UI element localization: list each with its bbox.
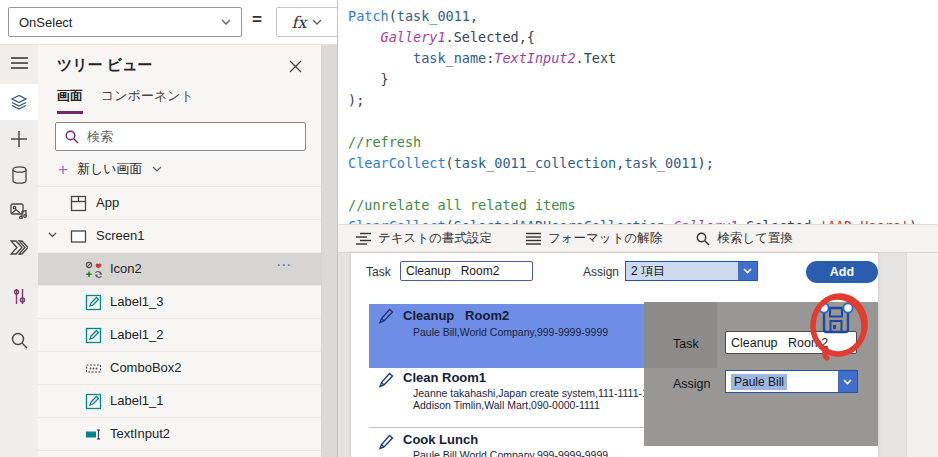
fx-icon: fx (292, 13, 307, 32)
data-sources-icon[interactable] (0, 157, 38, 193)
chevron-down-icon (221, 19, 231, 25)
app-icon (70, 195, 87, 212)
tab-screens[interactable]: 画面 (57, 87, 83, 114)
tree-search-input[interactable] (87, 129, 305, 144)
property-selector[interactable]: OnSelect (8, 7, 242, 37)
assign-dropdown[interactable]: 2 項目 (625, 261, 758, 281)
add-button[interactable]: Add (806, 261, 878, 283)
gallery-item-title[interactable]: Clean Room1 (403, 370, 486, 385)
tree-item-label1-2[interactable]: Label1_2 (38, 318, 322, 351)
gallery-item-title[interactable]: Cleanup Room2 (403, 308, 509, 323)
tree-item-label: Label1_2 (110, 327, 164, 342)
tree-item-label1-3[interactable]: Label1_3 (38, 285, 322, 318)
plus-icon: + (58, 161, 68, 178)
detail-form-label-block (644, 302, 717, 368)
remove-formatting-icon (526, 232, 541, 245)
icon-control-icon (85, 261, 102, 278)
tree-item-label: Label1_3 (110, 294, 164, 309)
chevron-down-icon (312, 19, 322, 25)
property-bar: OnSelect = fx (0, 0, 337, 45)
app-screen-canvas[interactable]: Task Assign 2 項目 Add Cleanup Room2 Paule… (351, 253, 878, 457)
tree-view-title: ツリー ビュー (57, 56, 153, 75)
left-rail (0, 45, 38, 457)
tree-item-app[interactable]: App (38, 186, 322, 219)
powerapps-studio: OnSelect = fx Patch(task_0011,Gallery1.S… (0, 0, 938, 457)
gallery-separator (369, 427, 645, 428)
task-label: Task (366, 265, 391, 279)
tree-item-label: Label1_1 (110, 393, 164, 408)
hamburger-menu-icon[interactable] (0, 45, 38, 81)
find-replace-label: 検索して置換 (717, 230, 793, 247)
tree-item-label: ComboBox2 (110, 360, 182, 375)
detail-assign-dropdown[interactable]: Paule Bill (725, 370, 858, 393)
more-options-icon[interactable]: ⋯ (276, 256, 293, 274)
detail-assign-label: Assign (673, 377, 711, 391)
search-icon (696, 232, 710, 246)
tree-item-icon2[interactable]: Icon2 ⋯ (38, 252, 322, 285)
format-text-label: テキストの書式設定 (378, 230, 492, 247)
advanced-tools-icon[interactable] (0, 278, 38, 314)
power-automate-icon[interactable] (0, 229, 38, 265)
combobox-icon (85, 360, 102, 377)
edit-pencil-icon[interactable] (377, 434, 394, 451)
edit-pencil-icon[interactable] (377, 372, 394, 389)
assign-dropdown-value: 2 項目 (626, 263, 738, 280)
search-icon[interactable] (0, 322, 38, 358)
assign-label: Assign (583, 265, 619, 279)
format-text-button[interactable]: テキストの書式設定 (356, 230, 492, 247)
formula-format-toolbar: テキストの書式設定 フォーマットの解除 検索して置換 (337, 224, 938, 253)
tree-item-label: Icon2 (110, 261, 142, 276)
gallery-item-title[interactable]: Cook Lunch (403, 432, 478, 447)
label-icon (85, 294, 102, 311)
tree-item-rectangle1[interactable]: Rectangle1 (38, 450, 322, 457)
text-input-icon (85, 426, 102, 443)
panel-gutter (322, 45, 337, 457)
tree-item-screen1[interactable]: Screen1 (38, 219, 322, 252)
tree-item-combobox2[interactable]: ComboBox2 (38, 351, 322, 384)
media-icon[interactable] (0, 193, 38, 229)
tree-item-label1-1[interactable]: Label1_1 (38, 384, 322, 417)
gallery-item-subtitle: Paule Bill,World Company,999-9999-9999 (413, 449, 608, 457)
find-replace-button[interactable]: 検索して置換 (696, 230, 793, 247)
close-icon[interactable] (285, 56, 305, 76)
design-canvas-area: Task Assign 2 項目 Add Cleanup Room2 Paule… (337, 253, 938, 457)
equals-sign: = (252, 10, 262, 30)
search-icon (65, 130, 79, 144)
chevron-down-icon[interactable] (48, 232, 57, 238)
detail-task-label: Task (673, 337, 699, 351)
tree-view-panel: ツリー ビュー 画面 コンポーネント + 新しい画面 App Screen1 (38, 45, 322, 457)
new-screen-label: 新しい画面 (77, 160, 143, 178)
label-icon (85, 393, 102, 410)
formula-editor[interactable]: Patch(task_0011,Gallery1.Selected,{task_… (337, 0, 938, 224)
tree-item-label: App (96, 195, 119, 210)
gallery-item-subtitle: Paule Bill,World Company,999-9999-9999 (413, 326, 608, 338)
tree-item-textinput2[interactable]: TextInput2 (38, 417, 322, 450)
detail-form-panel: Task Assign Paule Bill (644, 302, 878, 446)
detail-assign-value: Paule Bill (731, 374, 787, 390)
property-selector-value: OnSelect (19, 15, 72, 30)
new-screen-button[interactable]: + 新しい画面 (58, 160, 162, 178)
label-icon (85, 327, 102, 344)
tree-item-label: Screen1 (96, 228, 144, 243)
save-icon-control[interactable] (818, 302, 854, 338)
fx-dropdown-button[interactable]: fx (276, 7, 338, 37)
tree-items: App Screen1 Icon2 ⋯ Label1_3 (38, 186, 322, 457)
tab-components[interactable]: コンポーネント (101, 87, 194, 114)
edit-pencil-icon[interactable] (377, 308, 394, 325)
gallery-item-subtitle: Addison Timlin,Wall Mart,090-0000-1111 (413, 399, 600, 411)
gallery-item-subtitle: Jeanne takahashi,Japan create system,111… (413, 387, 663, 399)
insert-plus-icon[interactable] (0, 121, 38, 157)
remove-formatting-label: フォーマットの解除 (548, 230, 662, 247)
canvas-scroll-strip (906, 253, 938, 457)
task-input[interactable] (400, 261, 533, 281)
chevron-down-icon (738, 262, 757, 280)
chevron-down-icon (152, 166, 162, 172)
remove-formatting-button[interactable]: フォーマットの解除 (526, 230, 662, 247)
format-text-icon (356, 232, 371, 245)
tree-search-box[interactable] (55, 122, 306, 151)
screen-icon (70, 228, 87, 245)
tree-view-icon[interactable] (0, 84, 38, 120)
tree-item-label: TextInput2 (110, 426, 170, 441)
tree-view-tabs: 画面 コンポーネント (57, 87, 194, 114)
chevron-down-icon (838, 371, 857, 392)
